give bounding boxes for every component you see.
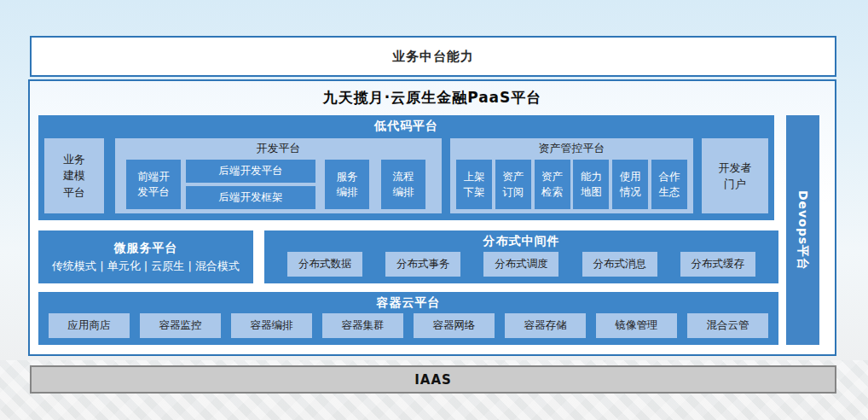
- asset-item-onoff-shelf: 上架 下架: [456, 160, 492, 209]
- process-orchestration-box: 流程 编排: [381, 160, 425, 209]
- frontend-dev-platform-box: 前端开 发平台: [126, 160, 181, 209]
- backend-stack: 后端开发平台 后端开发框架: [186, 160, 315, 209]
- microservice-title: 微服务平台: [114, 241, 178, 256]
- asset-control-title: 资产管控平台: [450, 138, 693, 156]
- container-item-storage: 容器存储: [505, 313, 586, 338]
- asset-item-cooperation: 合作 生态: [651, 160, 687, 209]
- lowcode-children: 业务 建模 平台 开发平台 前端开 发平台 后端开发平台 后端开发框架 服务 编…: [38, 138, 774, 213]
- asset-item-search: 资产 检索: [535, 160, 570, 209]
- middleware-item-scheduling: 分布式调度: [483, 252, 558, 277]
- iaas-label: IAAS: [414, 372, 452, 388]
- banner-label: 业务中台能力: [392, 49, 474, 65]
- container-item-monitoring: 容器监控: [140, 313, 221, 338]
- container-item-image-mgmt: 镜像管理: [596, 313, 677, 338]
- lowcode-platform-section: 低代码平台 业务 建模 平台 开发平台 前端开 发平台 后端开发平台 后端开发框…: [38, 115, 774, 220]
- dev-platform-items: 前端开 发平台 后端开发平台 后端开发框架 服务 编排 流程 编排: [126, 160, 442, 209]
- distributed-middleware-panel: 分布式中间件 分布式数据 分布式事务 分布式调度 分布式消息 分布式缓存: [264, 230, 778, 283]
- platform-title: 九天揽月·云原生金融PaaS平台: [30, 88, 835, 108]
- lowcode-title: 低代码平台: [38, 115, 774, 134]
- iaas-bar: IAAS: [30, 365, 836, 394]
- middleware-item-transaction: 分布式事务: [385, 252, 460, 277]
- business-modeling-platform-box: 业务 建模 平台: [44, 138, 104, 213]
- backend-dev-platform-box: 后端开发平台: [186, 160, 315, 183]
- asset-item-subscription: 资产 订阅: [495, 160, 531, 209]
- service-orchestration-box: 服务 编排: [325, 160, 369, 209]
- middleware-item-data: 分布式数据: [287, 252, 362, 277]
- asset-item-capability-map: 能力 地图: [573, 160, 609, 209]
- devops-platform-bar: Devops平台: [786, 115, 819, 345]
- microservice-modes: 传统模式 | 单元化 | 云原生 | 混合模式: [52, 259, 240, 274]
- asset-item-usage: 使用 情况: [612, 160, 648, 209]
- container-item-network: 容器网络: [414, 313, 495, 338]
- container-item-hybrid-cloud: 混合云管: [687, 313, 768, 338]
- paas-platform-container: 九天揽月·云原生金融PaaS平台 低代码平台 业务 建模 平台 开发平台 前端开…: [28, 79, 836, 356]
- asset-control-items: 上架 下架 资产 订阅 资产 检索 能力 地图 使用 情况 合作 生态: [456, 160, 687, 209]
- dev-platform-title: 开发平台: [115, 138, 442, 156]
- devops-label: Devops平台: [796, 190, 811, 270]
- business-middle-platform-banner: 业务中台能力: [30, 36, 836, 77]
- container-item-app-store: 应用商店: [49, 313, 130, 338]
- middleware-items: 分布式数据 分布式事务 分布式调度 分布式消息 分布式缓存: [264, 252, 778, 277]
- middleware-item-message: 分布式消息: [582, 252, 657, 277]
- middleware-item-cache: 分布式缓存: [680, 252, 755, 277]
- dev-platform-group: 开发平台 前端开 发平台 后端开发平台 后端开发框架 服务 编排 流程 编排: [115, 138, 442, 213]
- developer-portal-box: 开发者 门户: [702, 138, 768, 213]
- container-cloud-panel: 容器云平台 应用商店 容器监控 容器编排 容器集群 容器网络 容器存储 镜像管理…: [38, 292, 778, 345]
- container-item-cluster: 容器集群: [322, 313, 403, 338]
- asset-control-group: 资产管控平台 上架 下架 资产 订阅 资产 检索 能力 地图 使用 情况 合作 …: [450, 138, 693, 213]
- container-cloud-items: 应用商店 容器监控 容器编排 容器集群 容器网络 容器存储 镜像管理 混合云管: [38, 313, 778, 338]
- middleware-title: 分布式中间件: [264, 230, 778, 249]
- container-item-orchestration: 容器编排: [231, 313, 312, 338]
- backend-dev-framework-box: 后端开发框架: [186, 186, 315, 209]
- architecture-diagram: 业务中台能力 九天揽月·云原生金融PaaS平台 低代码平台 业务 建模 平台 开…: [0, 0, 868, 420]
- microservice-platform-panel: 微服务平台 传统模式 | 单元化 | 云原生 | 混合模式: [38, 230, 253, 283]
- container-cloud-title: 容器云平台: [38, 292, 778, 311]
